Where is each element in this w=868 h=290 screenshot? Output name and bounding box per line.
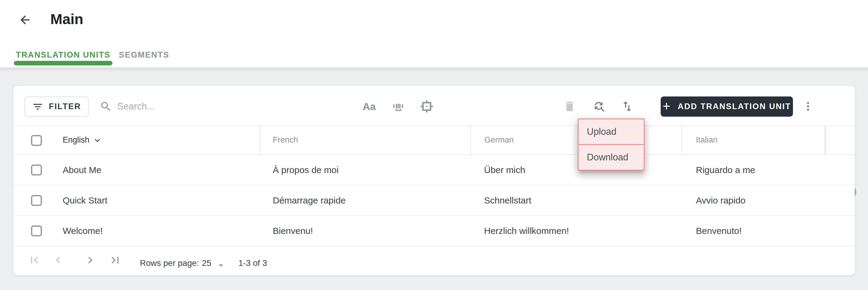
find-replace-button[interactable] bbox=[592, 100, 606, 113]
import-export-menu: Upload Download bbox=[578, 118, 645, 171]
delete-icon bbox=[563, 100, 576, 113]
tab-segments[interactable]: SEGMENTS bbox=[121, 48, 167, 61]
translation-units-panel: FILTER Aa bbox=[13, 86, 855, 275]
filter-list-icon bbox=[32, 101, 43, 112]
match-case-toggle[interactable]: Aa bbox=[357, 96, 381, 117]
row-checkbox[interactable] bbox=[31, 195, 42, 206]
column-header-english[interactable]: English bbox=[63, 135, 90, 145]
filter-button[interactable]: FILTER bbox=[24, 96, 89, 117]
cell-french: À propos de moi bbox=[273, 165, 338, 175]
select-all-checkbox[interactable] bbox=[31, 135, 42, 146]
column-header-italian[interactable]: Italian bbox=[696, 135, 718, 145]
column-header-german[interactable]: German bbox=[484, 135, 514, 145]
first-page-button[interactable] bbox=[28, 254, 41, 267]
match-case-icon: Aa bbox=[363, 101, 375, 112]
select-frame-toggle[interactable] bbox=[420, 100, 433, 113]
find-replace-icon bbox=[592, 100, 606, 113]
tab-label: TRANSLATION UNITS bbox=[16, 50, 111, 60]
last-page-button[interactable] bbox=[108, 254, 122, 267]
back-button[interactable] bbox=[19, 13, 32, 27]
sort-desc-icon[interactable] bbox=[92, 134, 102, 144]
more-vert-icon bbox=[802, 100, 814, 112]
cell-italian: Benvenuto! bbox=[696, 226, 742, 236]
pagination-range: 1-3 of 3 bbox=[239, 258, 267, 268]
tab-translation-units[interactable]: TRANSLATION UNITS bbox=[14, 48, 113, 61]
app-header: Main TRANSLATION UNITS SEGMENTS bbox=[0, 0, 868, 67]
arrow-dropdown-icon[interactable] bbox=[216, 260, 226, 270]
cell-english: Quick Start bbox=[63, 195, 107, 206]
page-title: Main bbox=[50, 11, 83, 28]
menu-item-upload[interactable]: Upload bbox=[578, 118, 645, 145]
row-checkbox[interactable] bbox=[31, 165, 42, 175]
rows-per-page-value[interactable]: 25 bbox=[202, 258, 211, 268]
table-row[interactable]: About Me À propos de moi Über mich Rigua… bbox=[13, 155, 855, 185]
search-box bbox=[100, 97, 311, 115]
table-header-row: English French German Italian bbox=[13, 126, 855, 155]
import-export-icon bbox=[621, 100, 634, 113]
delete-button[interactable] bbox=[563, 100, 576, 113]
import-export-button[interactable] bbox=[621, 100, 634, 113]
cell-english: About Me bbox=[63, 165, 101, 175]
next-page-button[interactable] bbox=[84, 254, 97, 267]
select-frame-icon bbox=[420, 99, 434, 113]
active-tab-indicator bbox=[14, 61, 113, 65]
add-translation-unit-label: ADD TRANSLATION UNIT bbox=[678, 102, 791, 111]
menu-item-download[interactable]: Download bbox=[578, 144, 645, 171]
menu-item-label: Download bbox=[587, 152, 628, 163]
cell-german: Schnellstart bbox=[484, 195, 531, 206]
row-checkbox[interactable] bbox=[31, 226, 42, 236]
table-row[interactable]: Quick Start Démarrage rapide Schnellstar… bbox=[13, 185, 855, 216]
cell-german: Herzlich willkommen! bbox=[484, 226, 569, 236]
cell-italian: Avvio rapido bbox=[696, 195, 746, 206]
table-toolbar: FILTER Aa bbox=[13, 86, 855, 126]
cell-french: Démarrage rapide bbox=[273, 195, 346, 206]
table-pagination: Rows per page: 25 1-3 of 3 bbox=[13, 246, 855, 274]
table-row[interactable]: Welcome! Bienvenu! Herzlich willkommen! … bbox=[13, 216, 855, 246]
filter-button-label: FILTER bbox=[49, 102, 81, 111]
header-shadow bbox=[0, 67, 868, 72]
cell-french: Bienvenu! bbox=[273, 226, 313, 236]
previous-page-button[interactable] bbox=[52, 254, 65, 267]
cell-german: Über mich bbox=[484, 165, 525, 175]
rows-per-page-label: Rows per page: bbox=[140, 258, 199, 268]
menu-item-label: Upload bbox=[587, 126, 616, 137]
column-header-french[interactable]: French bbox=[273, 135, 298, 145]
cell-english: Welcome! bbox=[63, 226, 103, 236]
match-word-icon bbox=[391, 99, 405, 113]
cell-italian: Riguardo a me bbox=[696, 165, 755, 175]
tab-label: SEGMENTS bbox=[119, 50, 169, 60]
add-translation-unit-button[interactable]: + ADD TRANSLATION UNIT bbox=[661, 96, 793, 117]
more-options-button[interactable] bbox=[801, 100, 815, 113]
plus-icon: + bbox=[662, 99, 671, 113]
arrow-back-icon bbox=[19, 13, 32, 27]
search-icon bbox=[100, 100, 112, 112]
match-word-toggle[interactable] bbox=[392, 100, 405, 113]
search-input[interactable] bbox=[117, 101, 286, 112]
